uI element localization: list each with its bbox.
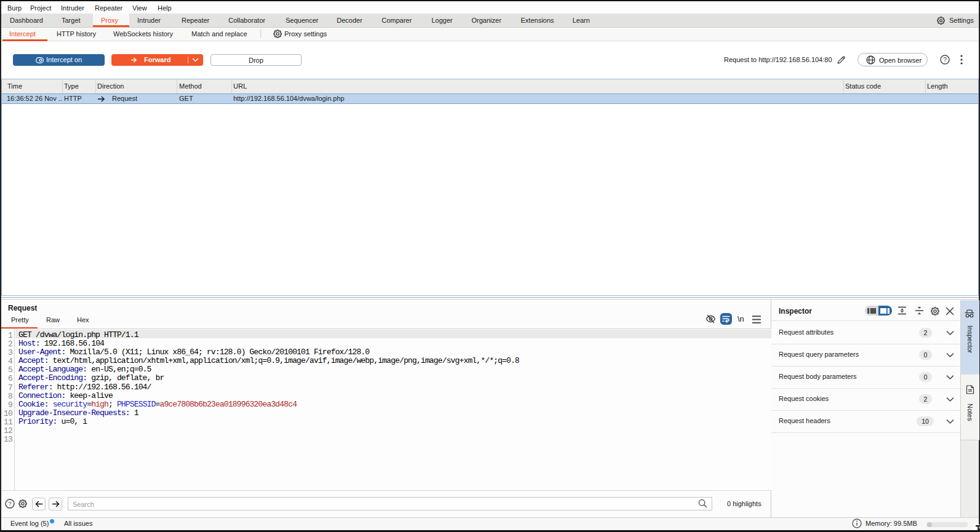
svg-text:?: ? bbox=[8, 500, 11, 507]
svg-text:?: ? bbox=[943, 57, 947, 63]
